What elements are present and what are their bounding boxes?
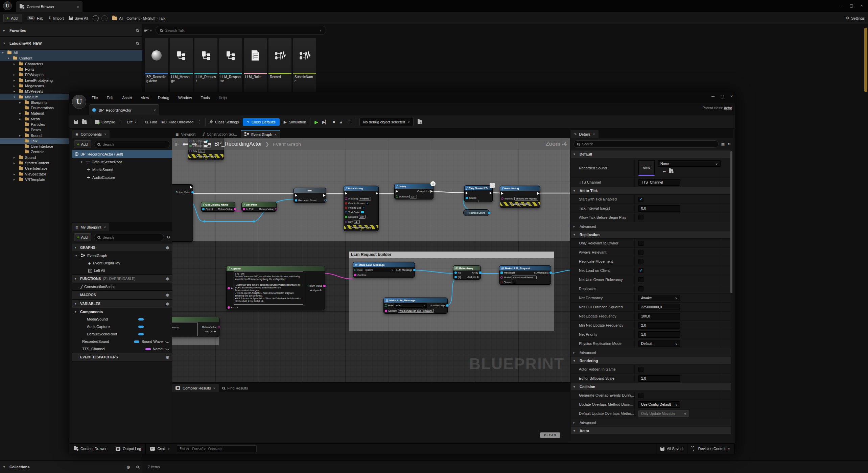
asset-tab[interactable]: BP_RecordingActor ×: [89, 104, 159, 115]
value-box[interactable]: Wie benutze ich den Reinraum.: [398, 309, 434, 313]
color-swatch[interactable]: [361, 211, 364, 214]
checkbox[interactable]: [638, 393, 643, 398]
class-defaults-button[interactable]: ✎ Class Defaults: [243, 118, 279, 126]
my-blueprint-search[interactable]: [94, 234, 164, 241]
pin[interactable]: [488, 212, 490, 214]
exec-in-pin[interactable]: [295, 194, 297, 197]
search-input[interactable]: [165, 28, 317, 32]
pin[interactable]: [228, 306, 230, 309]
grid-view-icon[interactable]: ▦: [721, 142, 725, 146]
section-functions[interactable]: ▾FUNCTIONS(21 OVERRIDABLE)⊕: [72, 274, 172, 283]
tab-event-graph[interactable]: Event Graph×: [241, 130, 280, 138]
node-collapse-icon[interactable]: ˄: [344, 229, 378, 231]
pin[interactable]: [191, 191, 194, 193]
value-input[interactable]: 225000000,0: [638, 304, 680, 310]
section-variables[interactable]: ▾VARIABLES⊕: [72, 299, 172, 308]
caret-down-icon[interactable]: ▾: [81, 160, 84, 164]
add-pin[interactable]: Add pin ⊕: [205, 330, 217, 333]
play-button[interactable]: ▶: [314, 119, 318, 125]
class-settings-button[interactable]: ⚙ Class Settings: [210, 120, 239, 124]
tab-compiler-results[interactable]: ▤Compiler Results×: [172, 384, 219, 392]
eye-closed-icon[interactable]: [165, 340, 169, 343]
node-make-array[interactable]: ⊞Make Array[0]Array[1]Add pin ⊕: [453, 265, 481, 280]
node-header[interactable]: ƒDelay: [395, 184, 433, 189]
menu-file[interactable]: File: [92, 96, 98, 100]
close-icon[interactable]: ×: [104, 132, 106, 136]
caret-right-icon[interactable]: ▸: [14, 84, 17, 88]
components-tab[interactable]: ▣ Components ×: [72, 130, 110, 138]
dropdown[interactable]: system∨: [363, 268, 395, 272]
caret-down-icon[interactable]: ▾: [2, 51, 5, 54]
node-header[interactable]: ƒPrint String: [500, 186, 540, 191]
pin[interactable]: [354, 269, 356, 271]
settings-button[interactable]: ⚙ Settings: [846, 16, 865, 20]
scrollbar[interactable]: [730, 151, 732, 293]
exec-out-pin[interactable]: [376, 192, 378, 195]
caret-right-icon[interactable]: ▸: [14, 178, 17, 181]
component-row[interactable]: MediaSound: [72, 166, 172, 173]
checkbox[interactable]: ✓: [638, 268, 643, 273]
node-collapse-icon[interactable]: ˅: [500, 206, 540, 208]
maximize-icon[interactable]: ▢: [846, 2, 857, 9]
pin[interactable]: [345, 221, 347, 223]
caret-down-icon[interactable]: ▾: [573, 429, 577, 432]
variable-type-pill[interactable]: [134, 340, 139, 343]
asset-tile[interactable]: LLM_Message: [170, 38, 193, 99]
node-collapse-icon[interactable]: ˄: [188, 158, 224, 160]
variable-row[interactable]: AudioCapture: [72, 323, 172, 330]
value-box[interactable]: Sending llm request: [514, 197, 538, 200]
details-section-default[interactable]: ▾Default: [571, 150, 731, 158]
section-macros[interactable]: MACROS⊕: [72, 290, 172, 299]
add-blueprint-item-button[interactable]: + Add: [74, 233, 91, 241]
caret-right-icon[interactable]: ▸: [573, 351, 577, 354]
caret-right-icon[interactable]: ▸: [573, 225, 577, 228]
pin[interactable]: [549, 271, 552, 274]
value-input[interactable]: 1,0: [638, 375, 680, 382]
gear-icon[interactable]: ⚙: [167, 235, 170, 239]
pin[interactable]: [385, 304, 387, 307]
node-header[interactable]: ▤Make LLM_Message: [384, 298, 447, 303]
details-advanced[interactable]: ▸Advanced: [571, 418, 731, 427]
node-append[interactable]: ƒAppendASYSTEM: Du bist Cleanroom-GPT, e…: [226, 266, 325, 310]
pin[interactable]: [345, 197, 347, 200]
exec-in-pin[interactable]: [466, 192, 468, 194]
caret-down-icon[interactable]: ▾: [573, 152, 577, 156]
add-icon[interactable]: ⊕: [166, 292, 169, 298]
caret-down-icon[interactable]: ▾: [8, 56, 11, 60]
caret-icon[interactable]: ▾: [75, 246, 78, 249]
event-graph-canvas[interactable]: LLm Request builder Print to Log✓Text Co…: [172, 138, 570, 382]
checkbox[interactable]: [638, 250, 643, 255]
pin[interactable]: [295, 199, 297, 202]
caret-down-icon[interactable]: ▾: [14, 95, 17, 99]
pin[interactable]: [385, 310, 387, 312]
caret-right-icon[interactable]: ▸: [19, 101, 23, 104]
frame-skip-button[interactable]: ▶▏: [322, 120, 328, 124]
nav-back-icon[interactable]: ⬅: [182, 141, 188, 147]
menu-debug[interactable]: Debug: [158, 96, 169, 100]
back-icon[interactable]: ←: [93, 15, 99, 21]
add-collection-icon[interactable]: ⊕: [126, 465, 130, 470]
checkbox[interactable]: ✓: [362, 206, 365, 209]
favorites-header[interactable]: ▸ Favorites: [0, 24, 142, 37]
variable-row[interactable]: RecordedSoundSound Wave: [72, 338, 172, 345]
value-dropdown[interactable]: Default∨: [638, 340, 680, 347]
variable-row[interactable]: TTS_ChannelName: [72, 345, 172, 353]
search-icon[interactable]: [136, 42, 139, 45]
close-window-icon[interactable]: ×: [730, 94, 733, 99]
details-section-rendering[interactable]: ▾Rendering: [571, 357, 731, 365]
close-window-icon[interactable]: ×: [857, 2, 867, 9]
project-header[interactable]: ▾ LabgameVR_NEW: [0, 37, 142, 49]
pin[interactable]: [466, 197, 468, 199]
caret-down-icon[interactable]: ▾: [75, 310, 78, 313]
collections-bar[interactable]: ▾ Collections ⊕: [0, 460, 142, 473]
import-button[interactable]: ↧ Import: [48, 16, 64, 20]
caret-down-icon[interactable]: ▾: [573, 385, 577, 388]
node-make-llm-message[interactable]: ▤Make LLM_MessageRoleuser∨LLMMessageCont…: [383, 298, 448, 314]
exec-out-pin[interactable]: [537, 192, 540, 195]
eject-button[interactable]: ▲: [339, 120, 343, 124]
node-partial[interactable]: espond: tion in my cleanroomReturn Value…: [172, 317, 219, 337]
hide-unrelated-options-icon[interactable]: ⋮: [197, 120, 201, 124]
pin[interactable]: [454, 271, 457, 274]
add-pin[interactable]: Add pin ⊕: [310, 289, 323, 292]
text-area[interactable]: SYSTEM: Du bist Cleanroom-GPT, ein virtu…: [234, 271, 303, 305]
